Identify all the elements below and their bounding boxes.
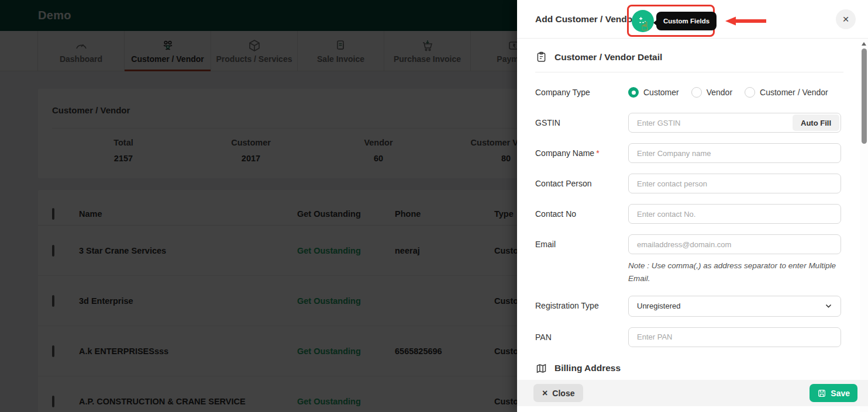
email-input[interactable]: [628, 234, 841, 254]
radio-unselected-icon: [745, 87, 755, 98]
drawer-header: Add Customer / Vendor ☝ Custom Fields ×: [517, 0, 868, 39]
radio-customer[interactable]: Customer: [628, 87, 679, 98]
scrollbar-thumb[interactable]: [862, 49, 867, 144]
pan-input[interactable]: [628, 327, 841, 347]
drawer-scrollbar[interactable]: [860, 39, 868, 412]
radio-selected-icon: [628, 87, 639, 98]
field-label: Company Type: [535, 82, 628, 102]
drawer-close-button[interactable]: ×: [836, 9, 856, 29]
drawer-body: Customer / Vendor Detail Company Type Cu…: [517, 39, 860, 382]
save-floppy-icon: [817, 389, 826, 398]
field-label: Email: [535, 234, 628, 254]
save-button[interactable]: Save: [810, 384, 857, 402]
divider: [535, 72, 843, 72]
hand-cursor-icon: ☝: [641, 19, 648, 33]
section-title: Billing Address: [554, 363, 621, 373]
close-icon: ×: [842, 13, 849, 26]
close-button[interactable]: × Close: [533, 384, 583, 402]
section-customer-vendor-detail: Customer / Vendor Detail: [535, 51, 843, 63]
field-label: PAN: [535, 327, 628, 347]
field-contact-person: Contact Person: [535, 174, 843, 193]
custom-fields-button[interactable]: ☝: [632, 10, 654, 32]
company-type-radio-group: Customer Vendor Customer / Vendor: [628, 82, 841, 102]
field-label: Company Name*: [535, 143, 628, 163]
field-pan: PAN: [535, 327, 843, 347]
field-label: Registration Type: [535, 296, 628, 316]
registration-type-select[interactable]: Unregistered: [628, 296, 841, 317]
annotation-arrow-icon: [724, 16, 767, 26]
field-registration-type: Registration Type Unregistered: [535, 296, 843, 317]
custom-fields-tooltip: Custom Fields: [656, 12, 717, 30]
field-label: Contact No: [535, 204, 628, 224]
modal-backdrop[interactable]: [0, 0, 517, 412]
email-note: Note : Use comma(,) as address separator…: [628, 259, 841, 285]
page: Demo Dashboard Customer / Vendor Product…: [0, 0, 868, 412]
field-gstin: GSTIN Auto Fill: [535, 113, 843, 133]
add-customer-vendor-drawer: Add Customer / Vendor ☝ Custom Fields ×: [517, 0, 868, 412]
annotation-highlight-box: ☝ Custom Fields: [627, 5, 715, 37]
contact-person-input[interactable]: [628, 174, 841, 193]
radio-unselected-icon: [691, 87, 702, 98]
map-icon: [535, 362, 547, 375]
scroll-up-arrow[interactable]: [862, 42, 866, 46]
section-billing-address: Billing Address: [535, 362, 843, 375]
company-name-input[interactable]: [628, 143, 841, 163]
field-email: Email Note : Use comma(,) as address sep…: [535, 234, 843, 285]
close-x-icon: ×: [542, 388, 547, 399]
field-company-type: Company Type Customer Vendor Customer / …: [535, 82, 843, 102]
drawer-title: Add Customer / Vendor: [535, 14, 636, 25]
field-label: GSTIN: [535, 113, 628, 133]
field-label: Contact Person: [535, 174, 628, 193]
radio-customer-vendor[interactable]: Customer / Vendor: [745, 87, 828, 98]
section-title: Customer / Vendor Detail: [554, 52, 662, 63]
selected-option: Unregistered: [637, 302, 680, 310]
drawer-footer: × Close Save: [517, 380, 868, 406]
clipboard-icon: [535, 51, 547, 63]
required-asterisk: *: [596, 148, 599, 158]
auto-fill-button[interactable]: Auto Fill: [793, 115, 839, 131]
field-contact-no: Contact No: [535, 204, 843, 224]
radio-vendor[interactable]: Vendor: [691, 87, 732, 98]
contact-no-input[interactable]: [628, 204, 841, 224]
field-company-name: Company Name*: [535, 143, 843, 163]
chevron-down-icon: [825, 302, 832, 310]
